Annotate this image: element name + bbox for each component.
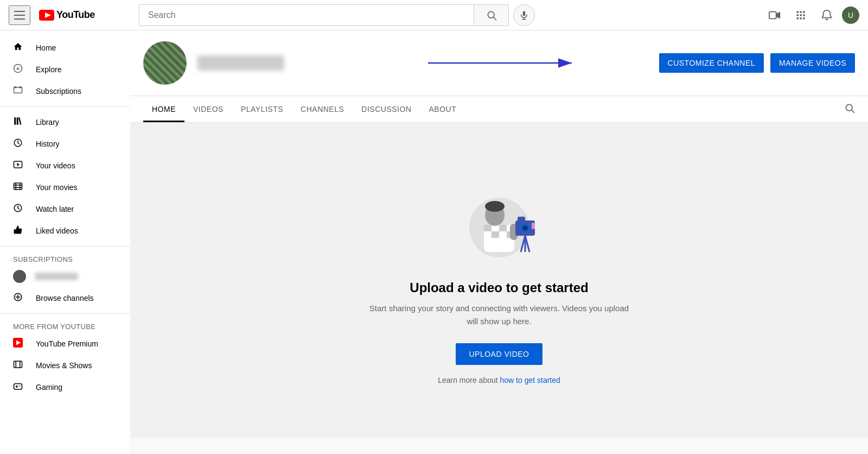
layout: Home Explore Subscriptions Library Hi: [0, 30, 868, 454]
your-movies-icon: [13, 181, 23, 194]
svg-point-48: [19, 385, 20, 386]
channel-info: [197, 55, 406, 71]
library-icon: [13, 116, 23, 129]
history-icon: [13, 138, 23, 150]
sidebar-item-liked-videos-label: Liked videos: [36, 226, 78, 235]
apps-button[interactable]: [790, 4, 812, 26]
svg-rect-67: [518, 217, 525, 222]
sidebar-item-watch-later[interactable]: Watch later: [0, 198, 130, 220]
get-started-link[interactable]: how to get started: [500, 376, 560, 384]
sidebar-item-explore[interactable]: Explore: [0, 59, 130, 80]
your-videos-icon: [13, 160, 23, 172]
sidebar-item-your-movies[interactable]: Your movies: [0, 176, 130, 198]
upload-video-button[interactable]: UPLOAD VIDEO: [456, 343, 542, 365]
svg-point-47: [20, 386, 21, 387]
learn-more-text: Learn more about how to get started: [438, 376, 560, 384]
main-content: CUSTOMIZE CHANNEL MANAGE VIDEOS HOME VID…: [130, 30, 868, 454]
sidebar-item-youtube-premium[interactable]: YouTube Premium: [0, 333, 130, 355]
hamburger-menu-button[interactable]: [9, 5, 30, 25]
svg-rect-55: [484, 225, 492, 231]
svg-rect-4: [523, 11, 526, 16]
search-area: [139, 4, 535, 26]
sidebar-item-library[interactable]: Library: [0, 111, 130, 133]
sidebar-divider-3: [0, 313, 130, 314]
svg-rect-22: [14, 87, 22, 93]
home-icon: [13, 42, 23, 54]
subscription-name-1: [35, 273, 78, 280]
svg-rect-23: [14, 86, 17, 88]
search-input[interactable]: [139, 5, 474, 26]
sidebar-item-subscriptions-label: Subscriptions: [36, 87, 81, 96]
sidebar-divider-1: [0, 106, 130, 107]
svg-rect-19: [803, 17, 805, 19]
upload-title: Upload a video to get started: [410, 280, 588, 295]
tab-search-button[interactable]: [844, 103, 855, 116]
subscription-item-1[interactable]: [0, 266, 130, 287]
notifications-button[interactable]: [816, 4, 838, 26]
sidebar-item-home[interactable]: Home: [0, 37, 130, 59]
channel-top: CUSTOMIZE CHANNEL MANAGE VIDEOS: [130, 30, 868, 96]
sidebar-item-history[interactable]: History: [0, 133, 130, 155]
tab-videos[interactable]: VIDEOS: [184, 96, 232, 122]
svg-rect-24: [19, 86, 22, 88]
svg-point-64: [485, 201, 505, 212]
sidebar-item-watch-later-label: Watch later: [36, 205, 74, 213]
tab-search-icon: [844, 103, 855, 114]
sidebar-item-liked-videos[interactable]: Liked videos: [0, 220, 130, 242]
sidebar-item-subscriptions[interactable]: Subscriptions: [0, 80, 130, 102]
channel-avatar: [143, 41, 187, 85]
svg-marker-8: [776, 11, 780, 18]
sidebar-item-history-label: History: [36, 140, 60, 148]
upload-subtitle: Start sharing your story and connecting …: [369, 302, 629, 328]
create-video-button[interactable]: [764, 4, 786, 26]
logo[interactable]: YouTube: [39, 9, 95, 21]
search-bar: [139, 4, 474, 26]
channel-actions: CUSTOMIZE CHANNEL MANAGE VIDEOS: [659, 53, 855, 73]
svg-rect-30: [14, 183, 22, 190]
sidebar-item-movies-shows[interactable]: Movies & Shows: [0, 355, 130, 376]
header: YouTube: [0, 0, 868, 30]
sidebar-item-explore-label: Explore: [36, 65, 61, 74]
mic-button[interactable]: [513, 4, 535, 26]
svg-rect-61: [499, 231, 507, 238]
svg-rect-18: [800, 17, 801, 19]
sidebar-item-browse-channels[interactable]: Browse channels: [0, 287, 130, 309]
movies-shows-icon: [13, 360, 23, 372]
svg-rect-41: [14, 361, 22, 368]
more-from-youtube-label: MORE FROM YOUTUBE: [0, 318, 130, 333]
svg-rect-26: [17, 117, 18, 125]
svg-rect-13: [803, 11, 805, 12]
sidebar-item-your-videos[interactable]: Your videos: [0, 155, 130, 176]
youtube-logo-icon: [39, 10, 54, 21]
channel-tabs: HOME VIDEOS PLAYLISTS CHANNELS DISCUSSIO…: [130, 96, 868, 122]
logo-text: YouTube: [56, 9, 95, 21]
svg-rect-11: [797, 11, 799, 12]
youtube-premium-icon: [13, 338, 23, 350]
subscription-avatar-1: [13, 270, 26, 283]
customize-channel-button[interactable]: CUSTOMIZE CHANNEL: [659, 53, 764, 73]
sidebar-item-browse-channels-label: Browse channels: [36, 294, 94, 302]
arrow-icon: [428, 55, 580, 71]
sidebar-item-gaming[interactable]: Gaming: [0, 376, 130, 398]
channel-header: CUSTOMIZE CHANNEL MANAGE VIDEOS HOME VID…: [130, 30, 868, 123]
tab-home[interactable]: HOME: [143, 96, 184, 122]
svg-rect-7: [769, 11, 776, 18]
svg-rect-12: [800, 11, 801, 12]
svg-rect-74: [532, 223, 535, 229]
tab-playlists[interactable]: PLAYLISTS: [232, 96, 292, 122]
liked-videos-icon: [13, 225, 23, 237]
tab-about[interactable]: ABOUT: [420, 96, 465, 122]
search-icon: [486, 10, 497, 21]
search-button[interactable]: [474, 4, 509, 26]
gaming-icon: [13, 381, 23, 394]
header-right: U: [764, 4, 859, 26]
avatar[interactable]: U: [842, 7, 859, 24]
upload-illustration: [456, 176, 542, 263]
channel-name: [197, 55, 284, 71]
bell-icon: [821, 9, 833, 21]
arrow-line: [417, 55, 648, 71]
sidebar: Home Explore Subscriptions Library Hi: [0, 30, 130, 454]
tab-channels[interactable]: CHANNELS: [292, 96, 353, 122]
tab-discussion[interactable]: DISCUSSION: [353, 96, 420, 122]
manage-videos-button[interactable]: MANAGE VIDEOS: [770, 53, 855, 73]
